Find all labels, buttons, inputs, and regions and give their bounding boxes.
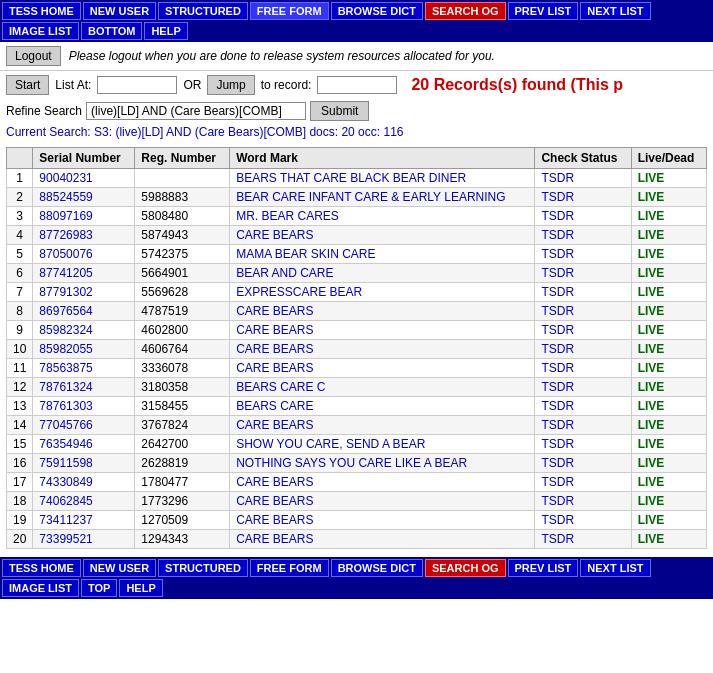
list-at-input[interactable]	[97, 76, 177, 94]
check-status[interactable]: TSDR	[535, 207, 631, 226]
check-status[interactable]: TSDR	[535, 511, 631, 530]
btm-search-og-nav-button[interactable]: SEARCH OG	[425, 559, 506, 577]
word-mark[interactable]: CARE BEARS	[230, 226, 535, 245]
live-dead-status: LIVE	[631, 378, 706, 397]
btm-next-list-nav-button[interactable]: NEXT LIST	[580, 559, 650, 577]
word-mark[interactable]: BEAR AND CARE	[230, 264, 535, 283]
check-status[interactable]: TSDR	[535, 416, 631, 435]
check-status[interactable]: TSDR	[535, 264, 631, 283]
image-list-nav-button[interactable]: IMAGE LIST	[2, 22, 79, 40]
prev-list-nav-button[interactable]: PREV LIST	[508, 2, 579, 20]
word-mark[interactable]: BEARS THAT CARE BLACK BEAR DINER	[230, 169, 535, 188]
btm-prev-list-nav-button[interactable]: PREV LIST	[508, 559, 579, 577]
table-row: 13787613033158455BEARS CARETSDRLIVE	[7, 397, 707, 416]
serial-number[interactable]: 78563875	[33, 359, 135, 378]
check-status[interactable]: TSDR	[535, 359, 631, 378]
serial-number[interactable]: 85982055	[33, 340, 135, 359]
word-mark[interactable]: CARE BEARS	[230, 492, 535, 511]
serial-number[interactable]: 88524559	[33, 188, 135, 207]
column-header: Word Mark	[230, 148, 535, 169]
btm-structured-nav-button[interactable]: STRUCTURED	[158, 559, 248, 577]
check-status[interactable]: TSDR	[535, 188, 631, 207]
refine-input[interactable]	[86, 102, 306, 120]
word-mark[interactable]: BEARS CARE C	[230, 378, 535, 397]
logout-button[interactable]: Logout	[6, 46, 61, 66]
check-status[interactable]: TSDR	[535, 283, 631, 302]
check-status[interactable]: TSDR	[535, 397, 631, 416]
start-button[interactable]: Start	[6, 75, 49, 95]
serial-number[interactable]: 77045766	[33, 416, 135, 435]
serial-number[interactable]: 74062845	[33, 492, 135, 511]
check-status[interactable]: TSDR	[535, 435, 631, 454]
check-status[interactable]: TSDR	[535, 473, 631, 492]
check-status[interactable]: TSDR	[535, 302, 631, 321]
bottom-nav-button[interactable]: BOTTOM	[81, 22, 142, 40]
check-status[interactable]: TSDR	[535, 245, 631, 264]
check-status[interactable]: TSDR	[535, 226, 631, 245]
free-form-nav-button[interactable]: FREE FORM	[250, 2, 329, 20]
tess-home-nav-button[interactable]: TESS HOME	[2, 2, 81, 20]
to-record-input[interactable]	[317, 76, 397, 94]
check-status[interactable]: TSDR	[535, 530, 631, 549]
word-mark[interactable]: CARE BEARS	[230, 359, 535, 378]
word-mark[interactable]: NOTHING SAYS YOU CARE LIKE A BEAR	[230, 454, 535, 473]
help-nav-button[interactable]: HELP	[144, 22, 187, 40]
row-number: 11	[7, 359, 33, 378]
word-mark[interactable]: CARE BEARS	[230, 416, 535, 435]
btm-browse-dict-nav-button[interactable]: BROWSE DICT	[331, 559, 423, 577]
word-mark[interactable]: CARE BEARS	[230, 530, 535, 549]
serial-number[interactable]: 78761303	[33, 397, 135, 416]
check-status[interactable]: TSDR	[535, 340, 631, 359]
btm-free-form-nav-button[interactable]: FREE FORM	[250, 559, 329, 577]
serial-number[interactable]: 73399521	[33, 530, 135, 549]
serial-number[interactable]: 86976564	[33, 302, 135, 321]
next-list-nav-button[interactable]: NEXT LIST	[580, 2, 650, 20]
row-number: 10	[7, 340, 33, 359]
word-mark[interactable]: BEAR CARE INFANT CARE & EARLY LEARNING	[230, 188, 535, 207]
structured-nav-button[interactable]: STRUCTURED	[158, 2, 248, 20]
serial-number[interactable]: 88097169	[33, 207, 135, 226]
serial-number[interactable]: 76354946	[33, 435, 135, 454]
word-mark[interactable]: SHOW YOU CARE, SEND A BEAR	[230, 435, 535, 454]
serial-number[interactable]: 78761324	[33, 378, 135, 397]
btm-image-list-nav-button[interactable]: IMAGE LIST	[2, 579, 79, 597]
live-dead-status: LIVE	[631, 264, 706, 283]
serial-number[interactable]: 85982324	[33, 321, 135, 340]
serial-number[interactable]: 73411237	[33, 511, 135, 530]
serial-number[interactable]: 87791302	[33, 283, 135, 302]
table-row: 16759115982628819NOTHING SAYS YOU CARE L…	[7, 454, 707, 473]
new-user-nav-button[interactable]: NEW USER	[83, 2, 156, 20]
btm-top-nav-button[interactable]: TOP	[81, 579, 117, 597]
browse-dict-nav-button[interactable]: BROWSE DICT	[331, 2, 423, 20]
word-mark[interactable]: CARE BEARS	[230, 340, 535, 359]
check-status[interactable]: TSDR	[535, 169, 631, 188]
serial-number[interactable]: 75911598	[33, 454, 135, 473]
check-status[interactable]: TSDR	[535, 378, 631, 397]
jump-button[interactable]: Jump	[207, 75, 254, 95]
btm-help-nav-button[interactable]: HELP	[119, 579, 162, 597]
column-header: Live/Dead	[631, 148, 706, 169]
serial-number[interactable]: 87741205	[33, 264, 135, 283]
word-mark[interactable]: CARE BEARS	[230, 302, 535, 321]
serial-number[interactable]: 74330849	[33, 473, 135, 492]
search-og-nav-button[interactable]: SEARCH OG	[425, 2, 506, 20]
word-mark[interactable]: BEARS CARE	[230, 397, 535, 416]
word-mark[interactable]: CARE BEARS	[230, 511, 535, 530]
live-dead-status: LIVE	[631, 188, 706, 207]
submit-button[interactable]: Submit	[310, 101, 369, 121]
check-status[interactable]: TSDR	[535, 492, 631, 511]
serial-number[interactable]: 87050076	[33, 245, 135, 264]
word-mark[interactable]: CARE BEARS	[230, 321, 535, 340]
reg-number: 4602800	[135, 321, 230, 340]
check-status[interactable]: TSDR	[535, 321, 631, 340]
serial-number[interactable]: 90040231	[33, 169, 135, 188]
btm-tess-home-nav-button[interactable]: TESS HOME	[2, 559, 81, 577]
word-mark[interactable]: CARE BEARS	[230, 473, 535, 492]
btm-new-user-nav-button[interactable]: NEW USER	[83, 559, 156, 577]
table-row: 15763549462642700SHOW YOU CARE, SEND A B…	[7, 435, 707, 454]
word-mark[interactable]: EXPRESSCARE BEAR	[230, 283, 535, 302]
word-mark[interactable]: MR. BEAR CARES	[230, 207, 535, 226]
serial-number[interactable]: 87726983	[33, 226, 135, 245]
word-mark[interactable]: MAMA BEAR SKIN CARE	[230, 245, 535, 264]
check-status[interactable]: TSDR	[535, 454, 631, 473]
